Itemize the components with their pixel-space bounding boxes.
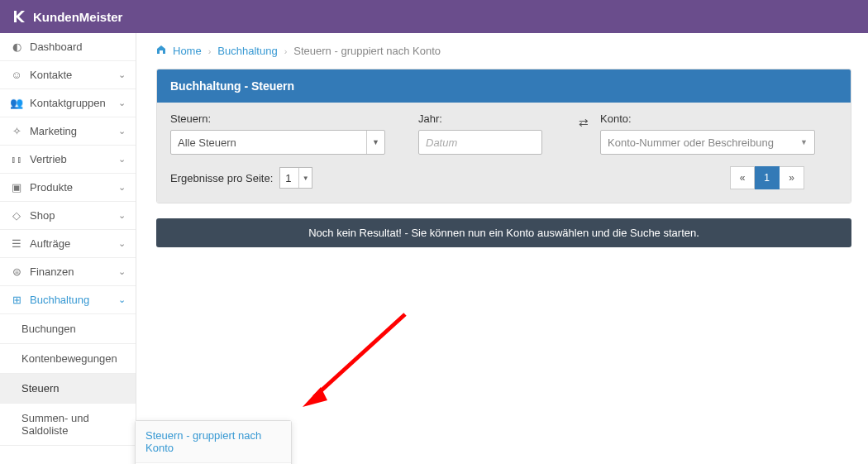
sidebar-sub-steuern[interactable]: Steuern	[0, 374, 136, 404]
brand-name: KundenMeister	[33, 10, 122, 24]
filter-label-steuern: Steuern:	[170, 112, 418, 125]
sidebar-sub-buchungen[interactable]: Buchungen	[0, 314, 136, 344]
breadcrumb-sep: ›	[208, 46, 212, 56]
filter-label-konto: Konto:	[600, 112, 837, 125]
sidebar-sub-label: Buchungen	[21, 323, 76, 335]
chevron-down-icon: ⌄	[118, 238, 126, 249]
pager-page-1[interactable]: 1	[755, 166, 780, 189]
jahr-placeholder: Datum	[426, 136, 457, 149]
chevron-down-icon: ⌄	[118, 266, 126, 277]
chevron-down-icon: ⌄	[118, 126, 126, 136]
filter-label-jahr: Jahr:	[418, 112, 567, 125]
sidebar-item-auftraege[interactable]: ☰ Aufträge ⌄	[0, 230, 136, 258]
clipboard-icon: ☰	[10, 237, 23, 250]
steuern-select[interactable]: Alle Steuern ▼	[170, 130, 385, 155]
sidebar-item-marketing[interactable]: ✧ Marketing ⌄	[0, 117, 136, 146]
steuern-flyout: Steuern - gruppiert nach Konto Einfache …	[135, 420, 292, 464]
sidebar-item-vertrieb[interactable]: ⫾⫾ Vertrieb ⌄	[0, 146, 136, 174]
chart-icon: ⫾⫾	[10, 153, 23, 165]
panel-body: Steuern: Alle Steuern ▼ Jahr: Datum ⇄	[157, 103, 851, 203]
caret-down-icon: ▼	[366, 131, 384, 154]
main-content: Home › Buchhaltung › Steuern - gruppiert…	[136, 33, 868, 464]
flyout-item-gruppiert[interactable]: Steuern - gruppiert nach Konto	[136, 421, 291, 462]
sidebar-item-shop[interactable]: ◇ Shop ⌄	[0, 202, 136, 230]
sidebar-sub-summen-saldoliste[interactable]: Summen- und Saldoliste	[0, 404, 136, 446]
chevron-down-icon: ⌄	[118, 182, 126, 193]
flyout-item-label: Steuern - gruppiert nach Konto	[145, 429, 261, 454]
home-icon	[156, 45, 166, 57]
empty-state-message: Noch kein Resultat! - Sie können nun ein…	[156, 218, 851, 247]
sidebar-sub-label: Kontenbewegungen	[21, 352, 117, 365]
sidebar-item-dashboard[interactable]: ◐ Dashboard	[0, 33, 136, 61]
sidebar-sub-label: Steuern	[21, 382, 60, 395]
sidebar-item-label: Shop	[30, 209, 55, 222]
sidebar-item-kontakte[interactable]: ☺ Kontakte ⌄	[0, 61, 136, 89]
sidebar-item-label: Marketing	[30, 125, 77, 137]
sidebar-item-finanzen[interactable]: ⊜ Finanzen ⌄	[0, 258, 136, 286]
chevron-down-icon: ⌄	[118, 154, 126, 165]
ledger-icon: ⊞	[10, 294, 23, 306]
swap-icon[interactable]: ⇄	[579, 116, 589, 129]
chevron-down-icon: ⌄	[118, 69, 126, 80]
chevron-down-icon: ⌄	[118, 210, 126, 221]
caret-down-icon: ▼	[298, 168, 312, 188]
sidebar-item-label: Buchhaltung	[30, 294, 89, 306]
user-icon: ☺	[10, 69, 23, 81]
results-per-page-select[interactable]: 1 ▼	[279, 167, 312, 189]
sidebar-item-label: Aufträge	[30, 237, 70, 250]
sidebar-item-produkte[interactable]: ▣ Produkte ⌄	[0, 174, 136, 202]
app-header: KundenMeister	[0, 0, 868, 33]
chevron-down-icon: ⌄	[118, 98, 126, 108]
breadcrumb-sep: ›	[284, 46, 288, 56]
pager: « 1 »	[730, 166, 804, 189]
breadcrumb-current: Steuern - gruppiert nach Konto	[293, 45, 441, 57]
box-icon: ▣	[10, 181, 23, 194]
chevron-down-icon: ⌄	[118, 294, 126, 305]
panel-title: Buchhaltung - Steuern	[157, 69, 851, 103]
pager-next[interactable]: »	[780, 166, 804, 189]
jahr-input[interactable]: Datum	[418, 130, 542, 155]
sidebar-item-label: Vertrieb	[30, 153, 67, 165]
pager-prev[interactable]: «	[730, 166, 755, 189]
main-panel: Buchhaltung - Steuern Steuern: Alle Steu…	[156, 69, 851, 203]
steuern-select-value: Alle Steuern	[178, 136, 236, 149]
app-logo: KundenMeister	[12, 9, 122, 24]
sidebar: ◐ Dashboard ☺ Kontakte ⌄ 👥 Kontaktgruppe…	[0, 33, 136, 464]
sidebar-sub-label: Summen- und Saldoliste	[21, 412, 89, 437]
sidebar-item-label: Finanzen	[30, 265, 74, 278]
sidebar-sub-kontenbewegungen[interactable]: Kontenbewegungen	[0, 344, 136, 374]
sidebar-item-label: Produkte	[30, 181, 73, 194]
sidebar-item-buchhaltung[interactable]: ⊞ Buchhaltung ⌄	[0, 286, 136, 314]
breadcrumb: Home › Buchhaltung › Steuern - gruppiert…	[136, 33, 868, 69]
results-per-page-value: 1	[285, 172, 291, 184]
sidebar-item-label: Kontakte	[30, 69, 72, 81]
results-per-page-label: Ergebnisse pro Seite:	[170, 172, 273, 184]
sidebar-item-label: Kontaktgruppen	[30, 97, 106, 109]
breadcrumb-home[interactable]: Home	[173, 45, 202, 57]
breadcrumb-section[interactable]: Buchhaltung	[217, 45, 277, 57]
sidebar-item-label: Dashboard	[30, 41, 83, 53]
tag-icon: ◇	[10, 209, 23, 222]
konto-placeholder: Konto-Nummer oder Beschreibung	[608, 136, 774, 149]
coins-icon: ⊜	[10, 265, 23, 278]
konto-select[interactable]: Konto-Nummer oder Beschreibung ▼	[600, 130, 815, 155]
gauge-icon: ◐	[10, 41, 23, 53]
logo-icon	[12, 9, 26, 24]
sidebar-item-kontaktgruppen[interactable]: 👥 Kontaktgruppen ⌄	[0, 89, 136, 117]
megaphone-icon: ✧	[10, 125, 23, 137]
users-icon: 👥	[10, 97, 23, 109]
caret-down-icon: ▼	[800, 138, 808, 146]
